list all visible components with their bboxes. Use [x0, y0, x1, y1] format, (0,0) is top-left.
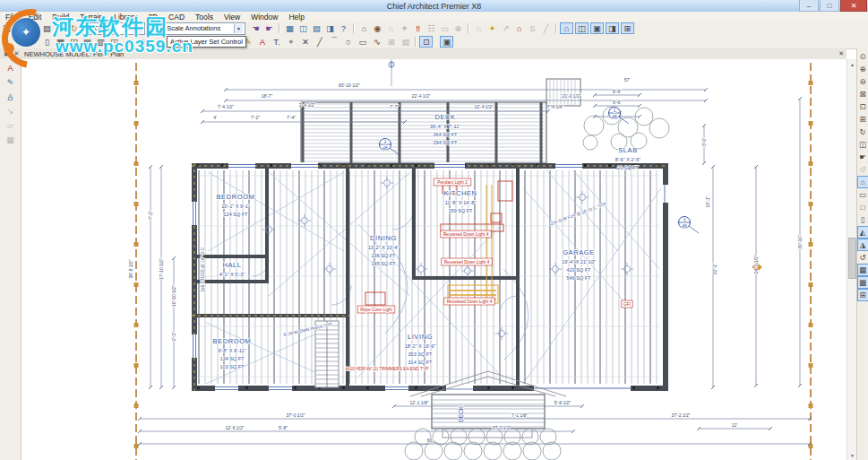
- undo-zoom-icon[interactable]: ⊠: [857, 88, 868, 100]
- roof-tool-icon[interactable]: ◳: [107, 36, 121, 48]
- light-symbol[interactable]: [327, 266, 333, 273]
- dock-view-icon[interactable]: ▣: [2, 48, 12, 60]
- pan-hand-icon[interactable]: ☚: [249, 22, 262, 34]
- walkthrough-icon[interactable]: ‼: [411, 22, 425, 34]
- cascade-windows-icon[interactable]: ◨: [606, 22, 619, 34]
- refresh-display-icon[interactable]: ↻: [857, 126, 868, 138]
- active-view-tab[interactable]: NEWHOUSE MODEL: Floor Plan: [24, 50, 124, 58]
- annotation-label[interactable]: Pendant Light 2: [437, 180, 468, 185]
- tile-windows-icon[interactable]: ▣: [590, 22, 604, 34]
- fill-building-icon[interactable]: ⊞: [857, 113, 868, 126]
- annotation-label[interactable]: Recessed Down Light 4: [447, 299, 493, 304]
- scrollbar-thumb[interactable]: [848, 238, 856, 279]
- angle-snap-icon[interactable]: ◭: [857, 226, 868, 239]
- print-icon[interactable]: ▤: [40, 22, 54, 34]
- menu-item-window[interactable]: Window: [245, 12, 283, 22]
- door-tool-icon[interactable]: ▯: [40, 36, 54, 48]
- swap-views-icon[interactable]: ⊞: [621, 22, 634, 34]
- light-symbol[interactable]: [418, 266, 425, 273]
- help-icon[interactable]: ?: [337, 22, 350, 34]
- save-icon[interactable]: ◫: [27, 22, 40, 34]
- menu-item-3d[interactable]: 3D: [142, 12, 163, 22]
- text-tool-icon[interactable]: A: [3, 61, 19, 75]
- room-label[interactable]: LIVING: [408, 333, 433, 341]
- fireplace-icon[interactable]: ⌂: [121, 36, 134, 48]
- sun-icon[interactable]: ✦: [486, 22, 499, 34]
- camera-icon[interactable]: ◉: [371, 22, 384, 34]
- light-symbol[interactable]: [302, 218, 308, 224]
- open-file-icon[interactable]: ❐: [13, 22, 27, 34]
- cross-box-icon[interactable]: ✕: [298, 36, 312, 48]
- grid-snap-icon[interactable]: ▦: [857, 264, 868, 276]
- menu-item-cad[interactable]: CAD: [163, 12, 190, 22]
- object-snap-icon[interactable]: ◮: [857, 239, 868, 251]
- menu-item-help[interactable]: Help: [283, 12, 309, 22]
- default-set-icon[interactable]: ▣: [440, 36, 453, 48]
- redo-icon[interactable]: ↻: [67, 22, 81, 34]
- annotation-label[interactable]: Recessed Down Light 4: [443, 232, 489, 237]
- display-toggle-icon[interactable]: ◨: [323, 22, 337, 34]
- close-view-icon[interactable]: ✕: [12, 48, 21, 60]
- camera-delete-icon[interactable]: ⌂: [512, 22, 526, 34]
- zoom-in-icon[interactable]: ⊕: [857, 63, 868, 75]
- render-view-icon[interactable]: ⌂: [857, 176, 868, 188]
- room-label[interactable]: SLAB: [618, 146, 638, 154]
- wall[interactable]: [412, 276, 520, 280]
- menu-item-terrain[interactable]: Terrain: [74, 12, 108, 22]
- layer-set-combo[interactable]: All On Set ▾: [82, 22, 145, 35]
- rich-text-icon[interactable]: T.: [270, 36, 283, 48]
- annotation-label[interactable]: 4x10 HDR W/ (2) TRIMMERS EA END TYP: [346, 367, 429, 371]
- circle-tool-icon[interactable]: ○: [341, 36, 355, 48]
- close-button[interactable]: ✕: [840, 0, 867, 12]
- menu-item-tools[interactable]: Tools: [190, 12, 219, 22]
- floor-plan-drawing[interactable]: DECK36'-4" X 7'-11"264 SQ FT294 SQ FTKIT…: [21, 59, 847, 460]
- annotation-label[interactable]: GFI: [623, 302, 631, 307]
- polyline-tool-icon[interactable]: ∿: [370, 36, 383, 48]
- menu-item-build[interactable]: Build: [47, 12, 74, 22]
- page-setup-icon[interactable]: ▯: [857, 213, 868, 226]
- room-label[interactable]: KITCHEN: [443, 189, 477, 197]
- object-display-icon[interactable]: ◫: [296, 22, 310, 34]
- text-box-icon[interactable]: ✎: [3, 75, 19, 90]
- tab-close-icon[interactable]: ✕: [838, 50, 844, 57]
- floor-plan-icon[interactable]: ⌂: [357, 22, 371, 34]
- dropdown-arrow-icon[interactable]: ▾: [234, 24, 243, 33]
- layer-sets-icon[interactable]: ▤: [310, 22, 323, 34]
- wall[interactable]: [412, 163, 416, 280]
- light-fixture-icon[interactable]: ✳: [27, 36, 40, 48]
- menu-item-file[interactable]: File: [0, 12, 23, 22]
- point-marker-icon[interactable]: ⌖: [284, 36, 297, 48]
- maximize-button[interactable]: □: [820, 0, 839, 12]
- light-symbol[interactable]: [580, 195, 586, 201]
- zoom-out-icon[interactable]: ⊖: [857, 75, 868, 88]
- zoom-region-icon[interactable]: ⊙: [857, 50, 868, 63]
- rect-tool-icon[interactable]: ▭: [356, 36, 369, 48]
- room-label[interactable]: DECK: [434, 113, 455, 121]
- light-symbol[interactable]: [465, 268, 471, 274]
- menu-item-view[interactable]: View: [219, 12, 245, 22]
- minimize-button[interactable]: –: [799, 0, 819, 12]
- text-line-icon[interactable]: A̲: [3, 90, 19, 104]
- framing-display-icon[interactable]: ▩: [857, 276, 868, 289]
- window-tool-icon[interactable]: ▦: [54, 36, 67, 48]
- box-select-icon[interactable]: □: [857, 201, 868, 213]
- shelf-icon[interactable]: ▥: [94, 36, 107, 48]
- room-label[interactable]: GARAGE: [563, 248, 595, 256]
- plan-window-icon[interactable]: ⌂: [560, 22, 573, 34]
- hand-pan-icon[interactable]: ☛: [857, 151, 868, 163]
- spiral-icon[interactable]: ↺: [857, 251, 868, 264]
- room-label[interactable]: BEDROOM: [217, 193, 255, 201]
- fixture-icon[interactable]: ▢: [134, 36, 148, 48]
- annotation-label[interactable]: Rope Cove Light: [360, 308, 392, 312]
- layer-display-options-icon[interactable]: ▦: [283, 22, 296, 34]
- menu-item-library[interactable]: Library: [108, 12, 142, 22]
- new-file-icon[interactable]: ❏: [0, 22, 13, 34]
- pan-hand2-icon[interactable]: ☛: [262, 22, 276, 34]
- annotation-label[interactable]: Recessed Down Light 4: [444, 260, 490, 265]
- drawing-canvas[interactable]: DECK36'-4" X 7'-11"264 SQ FT294 SQ FTKIT…: [21, 59, 847, 460]
- room-label[interactable]: HALL: [222, 261, 241, 269]
- elevation-window-icon[interactable]: ◫: [575, 22, 589, 34]
- reference-grid-icon[interactable]: ⊞: [857, 289, 868, 301]
- arc-tool-icon[interactable]: ⌒: [327, 36, 340, 48]
- wall[interactable]: [265, 163, 269, 283]
